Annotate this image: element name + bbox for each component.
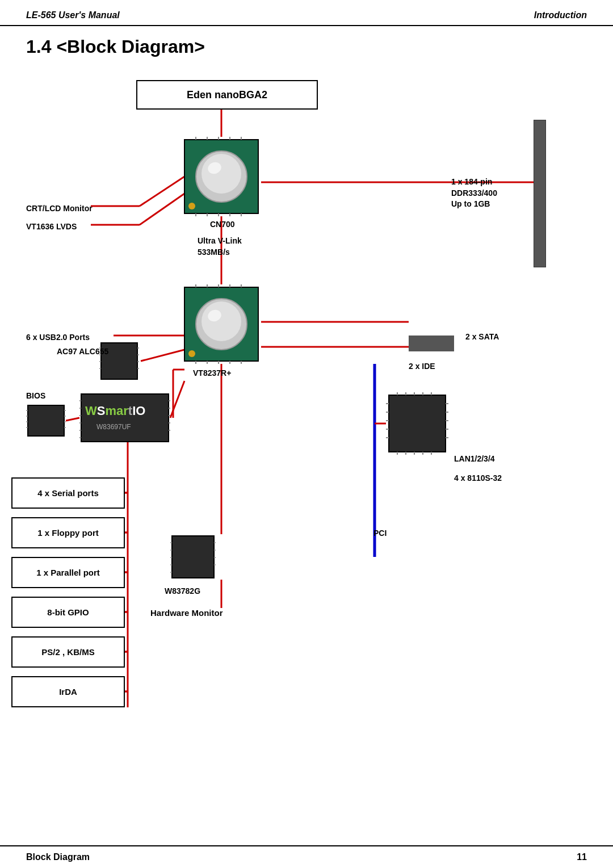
svg-rect-77 [172, 536, 214, 578]
pci-label: PCI [373, 529, 387, 538]
svg-line-23 [66, 418, 79, 421]
ac97-label: AC97 ALC655 [57, 347, 108, 356]
diagram-lines [0, 63, 613, 858]
sata-connector [409, 336, 454, 351]
bios-label: BIOS [26, 391, 45, 400]
ide-label: 2 x IDE [409, 362, 435, 371]
footer-right: 11 [577, 852, 587, 862]
svg-rect-87 [389, 395, 446, 452]
ps2-port-box: PS/2 , KB/MS [11, 636, 125, 668]
irda-port-box: IrDA [11, 676, 125, 707]
svg-text:WSmartIO: WSmartIO [85, 404, 145, 418]
svg-point-60 [201, 301, 241, 341]
svg-rect-117 [28, 405, 64, 436]
cn700-label: CN700 [210, 220, 235, 229]
vt8237-label: VT8237R+ [193, 368, 231, 378]
page-footer: Block Diagram 11 [0, 845, 613, 868]
parallel-port-box: 1 x Parallel port [11, 557, 125, 588]
cn700-chip [182, 137, 261, 216]
sata-label: 2 x SATA [465, 332, 499, 341]
block-diagram: Eden nanoBGA2 [0, 63, 613, 858]
svg-text:W83697UF: W83697UF [96, 423, 131, 431]
svg-line-4 [140, 194, 184, 225]
header-manual-title: LE-565 User's Manual [26, 10, 120, 20]
svg-point-45 [201, 154, 241, 194]
page-title: 1.4 <Block Diagram> [0, 26, 613, 57]
footer-left: Block Diagram [26, 852, 90, 862]
gpio-port-box: 8-bit GPIO [11, 597, 125, 628]
w83697-chip: WSmartIO W83697UF [79, 392, 170, 443]
ddr-label: 1 x 184-pin DDR333/400 Up to 1GB [451, 177, 497, 210]
w83782-chip [170, 534, 216, 580]
vt1636-label: VT1636 LVDS [26, 222, 77, 231]
vt8237-chip [182, 284, 261, 364]
lan-label: LAN1/2/3/4 4 x 8110S-32 [454, 454, 502, 484]
svg-point-62 [188, 350, 195, 357]
crt-lcd-label: CRT/LCD Monitor [26, 204, 93, 213]
svg-rect-63 [81, 394, 169, 442]
w83782-label: W83782G [165, 586, 200, 596]
svg-line-24 [170, 381, 184, 418]
lan-chip [386, 392, 448, 455]
usb-label: 6 x USB2.0 Ports [26, 333, 90, 342]
svg-line-2 [140, 177, 184, 206]
serial-port-box: 4 x Serial ports [11, 477, 125, 509]
hw-monitor-label: Hardware Monitor [150, 608, 223, 618]
eden-box: Eden nanoBGA2 [136, 80, 318, 110]
bios-chip [26, 404, 66, 438]
floppy-port-box: 1 x Floppy port [11, 517, 125, 548]
svg-point-47 [188, 203, 195, 209]
svg-line-9 [141, 350, 184, 361]
header-section-title: Introduction [534, 10, 587, 20]
ram-stick [534, 120, 546, 267]
ultra-vlink-label: Ultra V-Link 533MB/s [198, 236, 242, 258]
